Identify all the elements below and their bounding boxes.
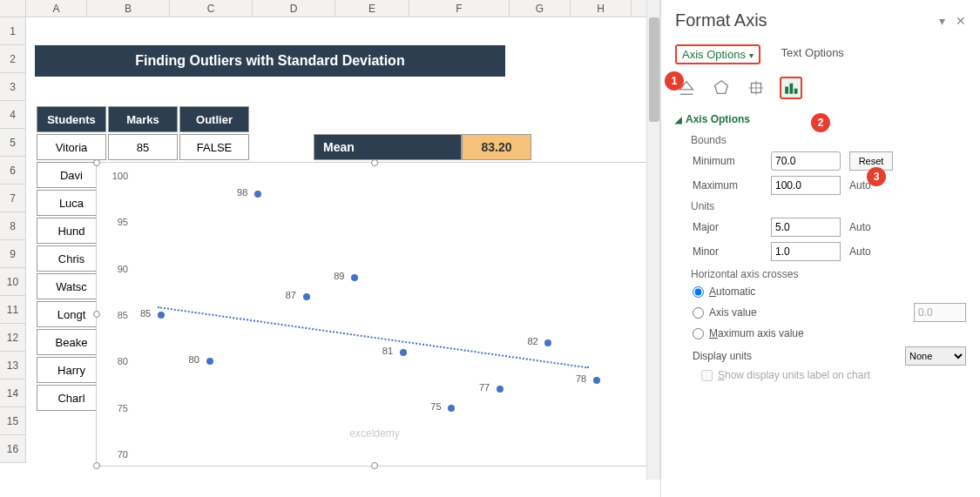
table-cell[interactable]: 85 [108, 134, 178, 160]
max-axis-value-radio-label: Maximum axis value [709, 327, 804, 339]
svg-rect-6 [790, 84, 794, 94]
tab-axis-options[interactable]: Axis Options ▾ [675, 44, 760, 64]
y-axis-tick-label: 90 [107, 264, 128, 274]
data-point[interactable] [206, 358, 213, 365]
data-point[interactable] [158, 312, 165, 319]
minor-auto-label: Auto [849, 245, 871, 258]
title-banner: Finding Outliers with Standard Deviation [35, 45, 505, 77]
data-point[interactable] [303, 293, 310, 300]
data-point-label: 77 [479, 382, 490, 393]
row-header[interactable]: 11 [0, 296, 26, 324]
axis-value-radio[interactable] [693, 307, 704, 319]
section-caret-icon: ◢ [675, 115, 682, 124]
display-units-select[interactable]: None [905, 346, 966, 366]
scrollbar-thumb[interactable] [649, 17, 659, 122]
table-cell[interactable]: FALSE [179, 134, 249, 160]
pane-title: Format Axis [675, 10, 767, 30]
column-header[interactable]: B [87, 0, 170, 17]
row-header[interactable]: 7 [0, 185, 26, 212]
data-point-label: 85 [140, 308, 151, 319]
effects-icon[interactable] [710, 77, 733, 99]
mean-label: Mean [314, 134, 462, 160]
row-header[interactable]: 12 [0, 324, 26, 352]
svg-marker-1 [715, 81, 728, 94]
plot-area[interactable]: 70758085909510085809887898175778278 [132, 176, 637, 454]
major-input[interactable] [771, 218, 841, 237]
crosses-label: Horizontal axis crosses [691, 268, 966, 280]
data-point-label: 87 [286, 290, 296, 300]
row-headers: 12345678910111213141516 [0, 17, 26, 496]
column-header[interactable]: A [26, 0, 87, 17]
column-header[interactable]: D [253, 0, 335, 17]
size-properties-icon[interactable] [745, 77, 767, 99]
row-header[interactable]: 9 [0, 240, 26, 268]
row-header[interactable]: 15 [0, 407, 26, 435]
row-header[interactable]: 6 [0, 157, 26, 185]
minor-label: Minor [693, 245, 762, 258]
chart-object[interactable]: 70758085909510085809887898175778278 exce… [96, 162, 653, 467]
minimum-input[interactable] [771, 151, 841, 171]
pane-options-dropdown-icon[interactable]: ▾ [939, 14, 945, 28]
watermark: exceldemy [349, 427, 399, 440]
close-icon[interactable]: ✕ [956, 14, 966, 28]
display-units-label: Display units [693, 350, 752, 362]
data-point[interactable] [544, 339, 551, 346]
svg-rect-5 [785, 87, 788, 94]
axis-value-input [914, 303, 966, 322]
table-cell[interactable]: Vitoria [37, 134, 106, 160]
column-header[interactable]: C [170, 0, 253, 17]
resize-handle[interactable] [93, 311, 100, 318]
row-header[interactable]: 5 [0, 129, 26, 157]
table-row: Vitoria85FALSE [37, 134, 249, 160]
resize-handle[interactable] [93, 159, 100, 166]
maximum-input[interactable] [771, 176, 841, 195]
table-header-row: StudentsMarksOutlier [37, 106, 249, 132]
show-units-label-checkbox [701, 370, 713, 381]
column-header[interactable]: F [409, 0, 510, 17]
row-header[interactable]: 13 [0, 352, 26, 379]
row-header[interactable]: 1 [0, 17, 26, 45]
table-header-cell: Students [37, 106, 106, 132]
row-header[interactable]: 16 [0, 435, 26, 463]
data-point[interactable] [593, 377, 600, 384]
row-header[interactable]: 8 [0, 212, 26, 240]
column-header[interactable]: G [510, 0, 571, 17]
select-all-corner[interactable] [0, 0, 26, 17]
data-point-label: 82 [527, 336, 537, 346]
data-point[interactable] [448, 405, 455, 412]
data-point-label: 89 [334, 271, 344, 281]
resize-handle[interactable] [371, 462, 378, 469]
bounds-label: Bounds [691, 134, 966, 146]
row-header[interactable]: 3 [0, 73, 26, 101]
resize-handle[interactable] [371, 159, 378, 166]
data-point-label: 78 [576, 373, 586, 384]
axis-options-icon[interactable] [780, 77, 802, 99]
tab-text-options[interactable]: Text Options [781, 44, 844, 64]
chevron-down-icon: ▾ [749, 50, 754, 60]
tab-axis-options-label: Axis Options [682, 48, 746, 61]
row-header[interactable]: 4 [0, 101, 26, 129]
callout-badge-2: 2 [811, 113, 830, 132]
section-label: Axis Options [686, 113, 750, 125]
data-point[interactable] [351, 274, 358, 281]
row-header[interactable]: 2 [0, 45, 26, 73]
column-header[interactable]: E [335, 0, 409, 17]
data-point-label: 75 [430, 401, 441, 412]
mean-box: Mean 83.20 [314, 134, 531, 160]
axis-value-radio-label: Axis value [709, 306, 757, 319]
column-header[interactable]: H [571, 0, 632, 17]
data-point[interactable] [254, 191, 261, 198]
data-point[interactable] [400, 349, 407, 356]
callout-badge-3: 3 [867, 167, 886, 186]
automatic-radio[interactable] [693, 286, 704, 298]
max-axis-value-radio[interactable] [693, 328, 704, 339]
row-header[interactable]: 10 [0, 268, 26, 296]
resize-handle[interactable] [93, 462, 100, 469]
maximum-label: Maximum [693, 179, 762, 191]
trendline[interactable] [158, 306, 589, 369]
data-point[interactable] [497, 386, 504, 393]
row-header[interactable]: 14 [0, 379, 26, 407]
worksheet-area[interactable]: Finding Outliers with Standard Deviation… [26, 17, 662, 496]
minor-input[interactable] [771, 242, 841, 261]
vertical-scrollbar[interactable] [646, 0, 660, 480]
